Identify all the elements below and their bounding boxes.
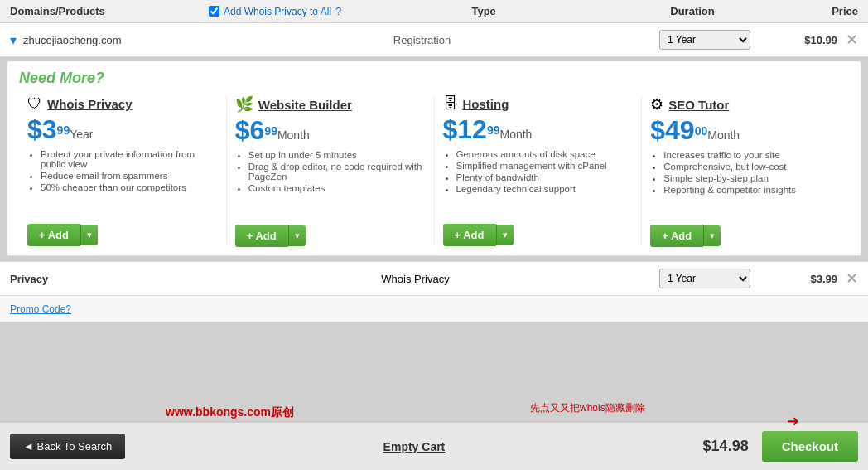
seo-add-group: + Add ▾: [650, 225, 841, 247]
seo-feature-4: Reporting & competitor insights: [663, 185, 841, 195]
domain-duration[interactable]: 1 Year 2 Years 3 Years 5 Years 10 Years: [639, 30, 771, 50]
wb-icon: 🌿: [235, 95, 253, 114]
checkout-button[interactable]: Checkout: [762, 431, 858, 462]
hosting-feature-3: Plenty of bandwidth: [456, 172, 634, 182]
promo-row: Promo Code?: [0, 295, 868, 322]
domain-type: Registration: [205, 34, 639, 46]
seo-feature-3: Simple step-by-step plan: [663, 173, 841, 183]
hosting-name[interactable]: Hosting: [463, 97, 509, 111]
need-more-section: Need More? 🛡 Whois Privacy $399Year Prot…: [7, 61, 861, 256]
product-whois-privacy: 🛡 Whois Privacy $399Year Protect your pr…: [19, 95, 227, 247]
hosting-feature-1: Generous amounts of disk space: [456, 149, 634, 159]
seo-add-dropdown[interactable]: ▾: [703, 225, 721, 246]
wb-features: Set up in under 5 minutes Drag & drop ed…: [235, 150, 426, 216]
hosting-price-period: Month: [499, 128, 532, 141]
seo-price-period: Month: [707, 128, 740, 142]
hosting-price-big: $12: [443, 114, 487, 144]
whois-privacy-checkbox[interactable]: [209, 6, 219, 17]
wb-price-big: $6: [235, 115, 265, 145]
whois-price: $399Year: [27, 116, 218, 143]
hosting-feature-2: Simplified management with cPanel: [456, 161, 634, 171]
product-seo-header: ⚙ SEO Tutor: [650, 95, 841, 114]
promo-link[interactable]: Promo Code?: [10, 303, 71, 315]
whois-price-big: $3: [27, 114, 57, 144]
privacy-remove-button[interactable]: ✕: [846, 269, 858, 288]
col-duration-header: Duration: [626, 5, 759, 17]
footer-bar: ◄ Back To Search Empty Cart $14.98 Check…: [0, 421, 868, 470]
help-icon[interactable]: ?: [335, 5, 341, 17]
wb-price-period: Month: [277, 128, 310, 142]
domain-name: zhucejiaocheng.com: [23, 34, 205, 46]
hosting-add-group: + Add ▾: [443, 224, 634, 246]
empty-cart-link[interactable]: Empty Cart: [383, 440, 446, 453]
whois-name[interactable]: Whois Privacy: [47, 97, 133, 111]
hosting-add-dropdown[interactable]: ▾: [496, 225, 514, 245]
whois-feature-3: 50% cheaper than our competitors: [41, 182, 218, 192]
whois-feature-1: Protect your private information from pu…: [41, 149, 218, 169]
privacy-type: Whois Privacy: [192, 273, 639, 285]
domain-icon: ▾: [10, 32, 17, 48]
hosting-features: Generous amounts of disk space Simplifie…: [443, 149, 634, 216]
wb-name[interactable]: Website Builder: [258, 98, 352, 112]
wb-add-dropdown[interactable]: ▾: [288, 225, 306, 246]
seo-price-sup: 00: [695, 124, 708, 138]
whois-add-button[interactable]: + Add: [27, 224, 80, 246]
hosting-icon: 🗄: [443, 95, 458, 113]
product-whois-header: 🛡 Whois Privacy: [27, 95, 218, 113]
whois-price-sup: 99: [57, 124, 70, 137]
whois-feature-2: Reduce email from spammers: [41, 171, 218, 181]
watermark: www.bbkongs.com原创: [166, 405, 294, 420]
product-seo-tutor: ⚙ SEO Tutor $4900Month Increases traffic…: [642, 95, 849, 247]
annotation-1: 先点又又把whois隐藏删除: [530, 401, 645, 415]
whois-add-dropdown[interactable]: ▾: [80, 225, 98, 245]
domain-price: $10.99: [771, 34, 837, 46]
privacy-duration-select[interactable]: 1 Year 2 Years 3 Years: [659, 269, 750, 288]
seo-name[interactable]: SEO Tutor: [668, 98, 729, 112]
hosting-price: $1299Month: [443, 116, 634, 143]
product-hosting-header: 🗄 Hosting: [443, 95, 634, 113]
whois-price-period: Year: [70, 128, 93, 141]
whois-privacy-header[interactable]: Add Whois Privacy to All ?: [209, 5, 341, 17]
footer-center: Empty Cart: [125, 440, 702, 453]
hosting-add-button[interactable]: + Add: [443, 224, 496, 246]
seo-add-button[interactable]: + Add: [650, 225, 703, 247]
privacy-price: $3.99: [771, 273, 837, 285]
privacy-row: Privacy Whois Privacy 1 Year 2 Years 3 Y…: [0, 261, 868, 295]
table-header: Domains/Products Add Whois Privacy to Al…: [0, 0, 868, 23]
need-more-title: Need More?: [19, 70, 849, 87]
col-domains-header: Domains/Products: [10, 5, 192, 17]
seo-price-big: $49: [650, 115, 694, 145]
privacy-label: Privacy: [10, 273, 192, 285]
order-total: $14.98: [703, 438, 749, 455]
wb-feature-2: Drag & drop editor, no code required wit…: [248, 162, 426, 182]
wb-price-sup: 99: [264, 124, 277, 138]
domain-remove-button[interactable]: ✕: [846, 31, 858, 49]
whois-icon: 🛡: [27, 95, 42, 113]
col-type-header: Type: [358, 5, 610, 17]
seo-icon: ⚙: [650, 95, 663, 114]
domain-row: ▾ zhucejiaocheng.com Registration 1 Year…: [0, 23, 868, 57]
wb-feature-1: Set up in under 5 minutes: [248, 150, 426, 160]
whois-privacy-label: Add Whois Privacy to All: [224, 6, 331, 17]
wb-price: $699Month: [235, 117, 426, 143]
seo-features: Increases traffic to your site Comprehen…: [650, 150, 841, 216]
wb-add-button[interactable]: + Add: [235, 225, 288, 247]
seo-price: $4900Month: [650, 117, 841, 143]
whois-features: Protect your private information from pu…: [27, 149, 218, 216]
products-grid: 🛡 Whois Privacy $399Year Protect your pr…: [19, 95, 849, 247]
whois-add-group: + Add ▾: [27, 224, 218, 246]
product-website-builder: 🌿 Website Builder $699Month Set up in un…: [227, 95, 435, 247]
product-wb-header: 🌿 Website Builder: [235, 95, 426, 114]
back-to-search-button[interactable]: ◄ Back To Search: [10, 434, 125, 459]
wb-feature-3: Custom templates: [248, 183, 426, 193]
col-price-header: Price: [775, 5, 858, 17]
wb-add-group: + Add ▾: [235, 225, 426, 247]
seo-feature-2: Comprehensive, but low-cost: [663, 162, 841, 172]
privacy-duration[interactable]: 1 Year 2 Years 3 Years: [639, 269, 771, 288]
domain-duration-select[interactable]: 1 Year 2 Years 3 Years 5 Years 10 Years: [659, 30, 750, 50]
seo-feature-1: Increases traffic to your site: [663, 150, 841, 160]
product-hosting: 🗄 Hosting $1299Month Generous amounts of…: [435, 95, 643, 247]
hosting-feature-4: Legendary technical support: [456, 184, 634, 194]
hosting-price-sup: 99: [487, 124, 500, 137]
